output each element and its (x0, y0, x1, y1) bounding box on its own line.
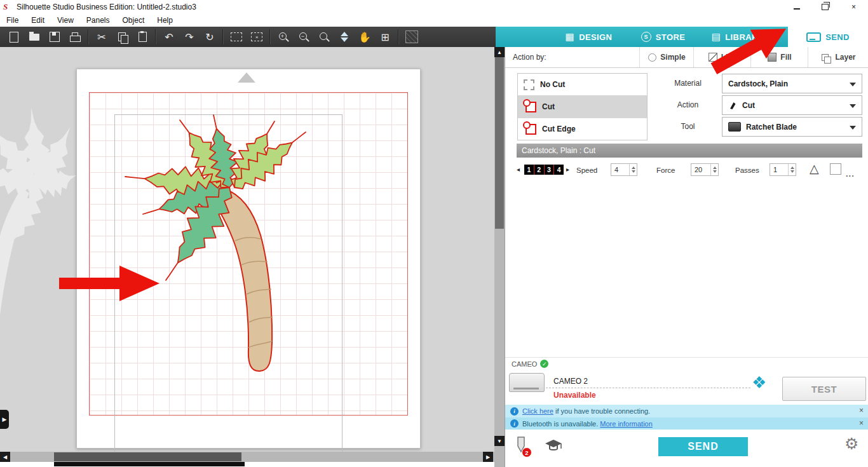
tab-send[interactable]: SEND (788, 27, 868, 47)
force-stepper[interactable] (710, 164, 718, 175)
tab-store[interactable]: S STORE (626, 27, 700, 47)
send-footer: 2 SEND ⚙ (505, 430, 868, 467)
cut-style-no-cut[interactable]: No Cut (518, 74, 647, 96)
blade-depth-display[interactable]: 1 2 3 4 (524, 165, 564, 175)
blade-decrease-icon[interactable]: ◂ (517, 166, 520, 173)
new-document-icon[interactable] (4, 27, 24, 47)
horizontal-scrollbar[interactable]: ◀ ▶ (0, 452, 494, 462)
test-shape-icon[interactable]: △ (810, 161, 819, 176)
passes-input[interactable]: 1 (770, 163, 796, 176)
tool-dropdown[interactable]: Ratchet Blade (722, 117, 862, 137)
design-grid-icon: ▦ (566, 31, 575, 43)
more-information-link[interactable]: More information (600, 420, 653, 428)
close-notice-icon[interactable]: × (859, 406, 864, 415)
vertical-scroll-thumb[interactable] (495, 57, 504, 229)
restore-button[interactable] (811, 0, 839, 14)
force-input[interactable]: 20 (691, 163, 719, 176)
mode-layer[interactable]: Layer (808, 47, 868, 67)
material-dropdown[interactable]: Cardstock, Plain (722, 74, 862, 93)
device-section-label: CAMEO ✓ (512, 360, 548, 368)
undo-icon[interactable]: ↶ (159, 27, 179, 47)
panel-expander-button[interactable]: ▶ (0, 410, 9, 429)
scroll-right-button[interactable]: ▶ (483, 452, 493, 462)
blade-tool-icon[interactable]: 2 (513, 436, 531, 457)
cut-icon (526, 102, 536, 112)
speed-stepper[interactable] (629, 164, 637, 175)
menu-panels[interactable]: Panels (80, 16, 116, 25)
deselect-icon[interactable]: × (247, 27, 267, 47)
design-canvas[interactable]: ▶ ◀ ▶ (0, 47, 494, 467)
test-button[interactable]: TEST (782, 377, 866, 401)
section-divider (505, 357, 868, 358)
print-icon[interactable] (65, 27, 85, 47)
toolbar-separator (269, 29, 271, 44)
send-panel: Action by: Simple Line Fill Layer No Cut (505, 47, 868, 467)
redo-icon[interactable]: ↷ (179, 27, 200, 47)
tool-label: Tool (658, 116, 718, 137)
cut-clipboard-icon[interactable]: ✂ (92, 27, 112, 47)
mode-simple[interactable]: Simple (639, 47, 694, 67)
toolbar-separator (222, 29, 224, 44)
palm-tree-design[interactable] (89, 92, 419, 423)
more-options-button[interactable]: ... (846, 169, 855, 179)
position-arrows-icon[interactable]: ❖ (752, 373, 766, 393)
cut-style-cut[interactable]: Cut (518, 96, 647, 118)
tab-design[interactable]: ▦ DESIGN (552, 27, 626, 47)
connection-notice: i Click here if you have trouble connect… (505, 405, 868, 417)
menu-file[interactable]: File (0, 16, 25, 25)
close-button[interactable]: × (839, 0, 868, 14)
send-button[interactable]: SEND (658, 437, 748, 456)
scroll-down-button[interactable]: ▼ (494, 436, 505, 446)
layer-icon (822, 54, 829, 61)
menu-help[interactable]: Help (151, 16, 179, 25)
menu-object[interactable]: Object (116, 16, 151, 25)
zoom-out-icon[interactable]: − (294, 27, 314, 47)
refresh-icon[interactable]: ↻ (200, 27, 220, 47)
action-label: Action (658, 95, 718, 116)
blade-action-icon (728, 101, 737, 110)
copy-icon[interactable] (112, 27, 132, 47)
pan-icon[interactable]: ✋ (355, 27, 375, 47)
zoom-in-icon[interactable]: + (273, 27, 294, 47)
cut-style-cut-edge[interactable]: Cut Edge (518, 118, 647, 140)
fit-page-icon[interactable]: ⊞ (375, 27, 395, 47)
action-by-label: Action by: (513, 53, 546, 62)
drag-zoom-icon[interactable] (314, 27, 334, 47)
paste-icon[interactable] (132, 27, 153, 47)
material-label: Material (658, 73, 718, 94)
window-controls: × (782, 0, 868, 14)
device-dashed-line (546, 388, 750, 388)
menu-view[interactable]: View (51, 16, 80, 25)
open-file-icon[interactable] (24, 27, 44, 47)
blade-cartridge-icon (728, 122, 741, 132)
radio-icon (648, 53, 656, 62)
no-cut-icon (524, 79, 534, 90)
restore-icon (822, 4, 829, 10)
gear-icon[interactable]: ⚙ (844, 435, 858, 453)
passes-stepper[interactable] (788, 164, 796, 175)
fit-height-icon[interactable] (334, 27, 355, 47)
minimize-button[interactable] (782, 0, 811, 14)
vertical-scrollbar[interactable]: ▲ ▼ (494, 47, 505, 467)
device-status: Unavailable (553, 391, 596, 400)
scroll-up-button[interactable]: ▲ (494, 47, 505, 57)
click-here-link[interactable]: Click here (522, 407, 553, 415)
scroll-left-button[interactable]: ◀ (0, 452, 10, 462)
action-dropdown[interactable]: Cut (722, 95, 862, 115)
tool-count-badge: 2 (522, 447, 532, 457)
speed-input[interactable]: 4 (611, 163, 637, 176)
color-swatch[interactable] (830, 163, 841, 175)
close-notice-icon[interactable]: × (859, 419, 864, 428)
menu-bar: File Edit View Panels Object Help (0, 14, 868, 27)
texture-preview-icon[interactable] (402, 27, 422, 47)
main-toolbar: ✂ ↶ ↷ ↻ × + − ✋ ⊞ (0, 27, 496, 47)
cameo-machine-image (509, 373, 545, 392)
toolbar-separator (88, 29, 89, 44)
horizontal-scroll-thumb[interactable] (54, 452, 241, 461)
blade-increase-icon[interactable]: ▸ (566, 166, 569, 173)
tutorials-icon[interactable] (545, 438, 562, 455)
box-select-icon[interactable] (226, 27, 247, 47)
cut-edge-icon (526, 124, 536, 135)
save-icon[interactable] (44, 27, 65, 47)
menu-edit[interactable]: Edit (25, 16, 51, 25)
